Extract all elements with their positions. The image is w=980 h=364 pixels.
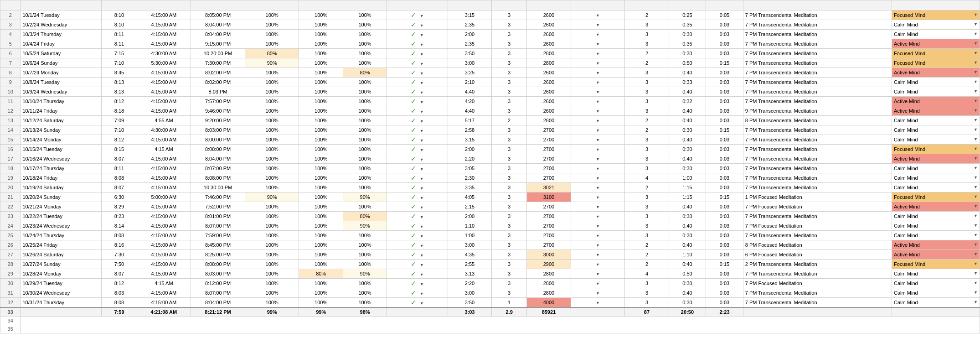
dropdown-arrow[interactable]: ▼ [420,167,424,172]
mf-dropdown-arrow[interactable]: ▼ [974,185,978,189]
dropdown-arrow[interactable]: ▼ [420,157,424,162]
supplements-arrow[interactable]: ▼ [596,147,600,152]
dropdown-arrow[interactable]: ▼ [420,62,424,66]
dropdown-arrow[interactable]: ▼ [420,119,424,124]
dropdown-arrow[interactable]: ▼ [420,234,424,239]
dropdown-arrow[interactable]: ▼ [420,42,424,47]
mf-dropdown-arrow[interactable]: ▼ [974,242,978,247]
dropdown-arrow[interactable]: ▼ [420,52,424,57]
supplements-arrow[interactable]: ▼ [596,61,600,66]
supplements-arrow[interactable]: ▼ [596,262,600,267]
supplements-arrow[interactable]: ▼ [596,138,600,142]
supplements-arrow[interactable]: ▼ [596,157,600,161]
dropdown-arrow[interactable]: ▼ [420,14,424,18]
supplements-arrow[interactable]: ▼ [596,234,600,238]
supplements-arrow[interactable]: ▼ [596,90,600,94]
mf-dropdown-arrow[interactable]: ▼ [974,204,978,208]
supplements-arrow[interactable]: ▼ [596,32,600,37]
dropdown-arrow[interactable]: ▼ [420,81,424,85]
mf-dropdown-arrow[interactable]: ▼ [974,300,978,304]
mf-dropdown-arrow[interactable]: ▼ [974,70,978,74]
mf-dropdown-arrow[interactable]: ▼ [974,194,978,199]
dropdown-arrow[interactable]: ▼ [420,282,424,286]
dropdown-arrow[interactable]: ▼ [420,100,424,104]
summary-e-mood: 98% [343,307,387,317]
mf-dropdown-arrow[interactable]: ▼ [974,31,978,36]
mf-dropdown-arrow[interactable]: ▼ [974,51,978,55]
mf-dropdown-arrow[interactable]: ▼ [974,166,978,170]
dropdown-arrow[interactable]: ▼ [420,205,424,210]
mf-dropdown-arrow[interactable]: ▼ [974,79,978,84]
mf-dropdown-arrow[interactable]: ▼ [974,146,978,151]
supplements-arrow[interactable]: ▼ [596,23,600,27]
dropdown-arrow[interactable]: ▼ [420,215,424,219]
supplements-arrow[interactable]: ▼ [596,186,600,190]
table-row: 12 10/11/24 Friday 8:18 4:15:00 AM 9:46:… [0,106,980,116]
mf-dropdown-arrow[interactable]: ▼ [974,127,978,132]
mf-dropdown-arrow[interactable]: ▼ [974,271,978,276]
dropdown-arrow[interactable]: ▼ [420,272,424,277]
dropdown-arrow[interactable]: ▼ [420,23,424,28]
supplements-arrow[interactable]: ▼ [596,243,600,248]
mf-dropdown-arrow[interactable]: ▼ [974,252,978,256]
checkmark-icon: ✓ [411,289,416,296]
supplements-arrow[interactable]: ▼ [596,205,600,209]
supplements-arrow[interactable]: ▼ [596,52,600,56]
dropdown-arrow[interactable]: ▼ [420,244,424,248]
supplements-arrow[interactable]: ▼ [596,99,600,104]
mf-dropdown-arrow[interactable]: ▼ [974,22,978,26]
mf-dropdown-arrow[interactable]: ▼ [974,89,978,94]
dropdown-arrow[interactable]: ▼ [420,263,424,267]
dropdown-arrow[interactable]: ▼ [420,148,424,152]
critical-tasks-cell: ✓ ▼ [387,39,448,49]
sleep-t-cell: 8:03:00 PM [191,269,245,279]
mf-dropdown-arrow[interactable]: ▼ [974,213,978,218]
dropdown-arrow[interactable]: ▼ [420,177,424,181]
supplements-arrow[interactable]: ▼ [596,71,600,75]
readiness-cell: 100% [245,173,299,183]
mf-dropdown-arrow[interactable]: ▼ [974,233,978,237]
mf-dropdown-arrow[interactable]: ▼ [974,41,978,46]
dropdown-arrow[interactable]: ▼ [420,71,424,76]
supplements-arrow[interactable]: ▼ [596,119,600,123]
dropdown-arrow[interactable]: ▼ [420,138,424,143]
dropdown-arrow[interactable]: ▼ [420,196,424,200]
supplements-arrow[interactable]: ▼ [596,195,600,200]
supplements-arrow[interactable]: ▼ [596,253,600,257]
supplements-arrow[interactable]: ▼ [596,291,600,296]
supplements-arrow[interactable]: ▼ [596,176,600,181]
dropdown-arrow[interactable]: ▼ [420,253,424,258]
supplements-arrow[interactable]: ▼ [596,13,600,18]
mf-dropdown-arrow[interactable]: ▼ [974,156,978,161]
mf-dropdown-arrow[interactable]: ▼ [974,137,978,141]
mf-dropdown-arrow[interactable]: ▼ [974,261,978,266]
mf-dropdown-arrow[interactable]: ▼ [974,60,978,65]
mf-dropdown-arrow[interactable]: ▼ [974,118,978,122]
mf-dropdown-arrow[interactable]: ▼ [974,99,978,103]
mf-dropdown-arrow[interactable]: ▼ [974,175,978,180]
supplements-arrow[interactable]: ▼ [596,166,600,171]
supplements-arrow[interactable]: ▼ [596,128,600,133]
mf-dropdown-arrow[interactable]: ▼ [974,281,978,285]
dropdown-arrow[interactable]: ▼ [420,33,424,37]
dropdown-arrow[interactable]: ▼ [420,224,424,229]
supplements-arrow[interactable]: ▼ [596,224,600,229]
mf-dropdown-arrow[interactable]: ▼ [974,12,978,17]
supplements-arrow[interactable]: ▼ [596,109,600,114]
mf-dropdown-arrow[interactable]: ▼ [974,223,978,228]
dropdown-arrow[interactable]: ▼ [420,129,424,133]
supplements-arrow[interactable]: ▼ [596,281,600,286]
dropdown-arrow[interactable]: ▼ [420,186,424,191]
dropdown-arrow[interactable]: ▼ [420,90,424,95]
supplements-arrow[interactable]: ▼ [596,272,600,276]
supplements-arrow[interactable]: ▼ [596,301,600,305]
supplements-arrow[interactable]: ▼ [596,80,600,85]
supplements-arrow[interactable]: ▼ [596,42,600,47]
dropdown-arrow[interactable]: ▼ [420,291,424,296]
dropdown-arrow[interactable]: ▼ [420,109,424,114]
dropdown-arrow[interactable]: ▼ [420,301,424,306]
supplements-arrow[interactable]: ▼ [596,214,600,219]
summary-readiness: 99% [245,307,299,317]
mf-dropdown-arrow[interactable]: ▼ [974,290,978,295]
mf-dropdown-arrow[interactable]: ▼ [974,108,978,113]
